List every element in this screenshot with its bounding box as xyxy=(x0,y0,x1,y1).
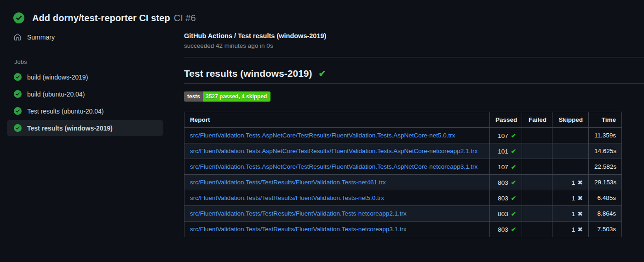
check-circle-icon xyxy=(14,107,22,115)
table-row: src/FluentValidation.Tests/TestResults/F… xyxy=(184,175,622,190)
check-circle-icon xyxy=(14,73,22,81)
sidebar-summary-label: Summary xyxy=(27,34,55,41)
table-row: src/FluentValidation.Tests/TestResults/F… xyxy=(184,206,622,222)
report-table-body: src/FluentValidation.Tests.AspNetCore/Te… xyxy=(184,128,622,237)
report-file-link[interactable]: src/FluentValidation.Tests.AspNetCore/Te… xyxy=(190,163,477,170)
report-table: Report Passed Failed Skipped Time src/Fl… xyxy=(184,112,622,237)
report-file-link[interactable]: src/FluentValidation.Tests/TestResults/F… xyxy=(190,210,407,217)
sidebar-job-item[interactable]: Test results (windows-2019) xyxy=(7,120,163,136)
tests-badge: tests 3527 passed, 4 skipped xyxy=(184,91,270,102)
passed-count: 803 xyxy=(498,211,508,217)
time-value: 14.625s xyxy=(594,148,616,154)
skipped-count: 1 xyxy=(572,195,575,202)
time-value: 6.485s xyxy=(597,194,616,201)
skipped-cross-icon: ✖ xyxy=(577,226,583,233)
column-header-report: Report xyxy=(184,112,490,128)
table-row: src/FluentValidation.Tests.AspNetCore/Te… xyxy=(184,143,622,159)
check-circle-icon xyxy=(13,12,24,23)
column-header-time: Time xyxy=(589,112,622,128)
page-content: Summary Jobs build (windows-2019) build … xyxy=(0,23,644,237)
table-row: src/FluentValidation.Tests/TestResults/F… xyxy=(184,190,622,206)
sidebar-job-item[interactable]: build (windows-2019) xyxy=(7,69,163,85)
job-label: Test results (windows-2019) xyxy=(27,125,113,132)
check-icon: ✔ xyxy=(319,68,326,79)
job-label: Test results (ubuntu-20.04) xyxy=(27,108,104,115)
badge-label: tests xyxy=(184,91,203,102)
passed-check-icon: ✔ xyxy=(511,211,516,217)
skipped-cross-icon: ✖ xyxy=(577,179,583,186)
table-row: src/FluentValidation.Tests/TestResults/F… xyxy=(184,222,622,237)
workflow-run-header: Add dorny/test-reporter CI step CI #6 xyxy=(0,0,644,23)
divider xyxy=(184,57,644,57)
column-header-failed: Failed xyxy=(522,112,552,128)
time-value: 22.582s xyxy=(594,163,616,170)
time-value: 11.359s xyxy=(594,132,616,139)
passed-check-icon: ✔ xyxy=(511,132,516,139)
passed-check-icon: ✔ xyxy=(511,226,516,233)
passed-count: 803 xyxy=(498,226,508,233)
passed-check-icon: ✔ xyxy=(511,164,516,171)
passed-check-icon: ✔ xyxy=(511,148,516,155)
skipped-count: 1 xyxy=(572,179,575,186)
report-file-link[interactable]: src/FluentValidation.Tests.AspNetCore/Te… xyxy=(190,148,477,154)
sidebar-job-item[interactable]: Test results (ubuntu-20.04) xyxy=(7,103,163,119)
report-file-link[interactable]: src/FluentValidation.Tests.AspNetCore/Te… xyxy=(190,132,455,139)
check-run-status-line: succeeded 42 minutes ago in 0s xyxy=(184,42,644,49)
passed-count: 107 xyxy=(498,164,508,171)
report-file-link[interactable]: src/FluentValidation.Tests/TestResults/F… xyxy=(190,179,386,186)
job-list: build (windows-2019) build (ubuntu-20.04… xyxy=(0,69,184,136)
job-label: build (ubuntu-20.04) xyxy=(27,91,85,98)
skipped-count: 1 xyxy=(572,226,575,233)
passed-count: 803 xyxy=(498,195,508,202)
report-file-link[interactable]: src/FluentValidation.Tests/TestResults/F… xyxy=(190,194,384,201)
column-header-passed: Passed xyxy=(490,112,522,128)
passed-count: 803 xyxy=(498,179,508,186)
check-circle-icon xyxy=(14,90,22,98)
main-panel: GitHub Actions / Test results (windows-2… xyxy=(184,23,644,237)
check-circle-icon xyxy=(14,124,22,132)
skipped-cross-icon: ✖ xyxy=(577,210,583,217)
badge-value: 3527 passed, 4 skipped xyxy=(203,91,270,102)
skipped-count: 1 xyxy=(572,211,575,217)
check-run-title: GitHub Actions / Test results (windows-2… xyxy=(184,32,644,40)
run-number: CI #6 xyxy=(174,13,196,23)
section-title: Test results (windows-2019) xyxy=(184,68,312,79)
table-row: src/FluentValidation.Tests.AspNetCore/Te… xyxy=(184,159,622,175)
sidebar-job-item[interactable]: build (ubuntu-20.04) xyxy=(7,86,163,102)
time-value: 8.864s xyxy=(597,210,616,217)
sidebar-item-summary[interactable]: Summary xyxy=(7,30,163,45)
passed-count: 107 xyxy=(498,132,508,139)
section-heading: Test results (windows-2019) ✔ xyxy=(184,68,644,84)
table-row: src/FluentValidation.Tests.AspNetCore/Te… xyxy=(184,128,622,143)
sidebar: Summary Jobs build (windows-2019) build … xyxy=(0,23,184,137)
run-title: Add dorny/test-reporter CI step xyxy=(32,13,170,23)
time-value: 7.503s xyxy=(597,226,616,233)
report-file-link[interactable]: src/FluentValidation.Tests/TestResults/F… xyxy=(190,226,407,233)
home-icon xyxy=(14,34,21,41)
time-value: 29.153s xyxy=(594,179,616,186)
passed-check-icon: ✔ xyxy=(511,195,516,202)
passed-count: 101 xyxy=(498,148,508,155)
table-header-row: Report Passed Failed Skipped Time xyxy=(184,112,622,128)
jobs-heading: Jobs xyxy=(14,58,184,65)
column-header-skipped: Skipped xyxy=(552,112,589,128)
job-label: build (windows-2019) xyxy=(27,74,88,81)
passed-check-icon: ✔ xyxy=(511,179,516,186)
skipped-cross-icon: ✖ xyxy=(577,194,583,202)
